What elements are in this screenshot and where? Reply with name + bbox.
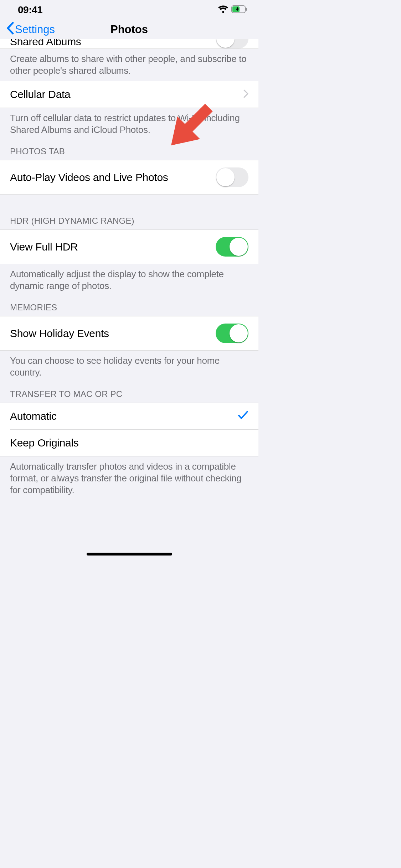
toggle-knob [216,39,235,48]
battery-icon [231,5,248,15]
hdr-footer: Automatically adjust the display to show… [0,264,258,296]
status-icons [218,5,248,15]
status-bar: 09:41 [0,0,258,20]
settings-content: Shared Albums Create albums to share wit… [0,39,258,500]
memories-header: MEMORIES [0,296,258,316]
show-holiday-row[interactable]: Show Holiday Events [0,316,258,351]
chevron-left-icon [6,22,14,37]
shared-albums-toggle-row[interactable]: Shared Albums [0,39,258,49]
toggle-knob [216,168,235,186]
autoplay-label: Auto-Play Videos and Live Photos [10,171,168,184]
shared-albums-label: Shared Albums [10,39,81,44]
transfer-keep-originals-row[interactable]: Keep Originals [0,430,258,456]
cellular-data-footer: Turn off cellular data to restrict updat… [0,108,258,140]
view-full-hdr-toggle[interactable] [216,237,248,257]
navigation-bar: Settings Photos [0,20,258,39]
photos-tab-header: PHOTOS TAB [0,140,258,160]
show-holiday-toggle[interactable] [216,324,248,343]
status-time: 09:41 [18,4,42,16]
transfer-automatic-label: Automatic [10,410,57,422]
toggle-knob [230,324,248,342]
toggle-knob [230,238,248,256]
autoplay-toggle[interactable] [216,167,248,187]
hdr-header: HDR (HIGH DYNAMIC RANGE) [0,195,258,229]
view-full-hdr-row[interactable]: View Full HDR [0,229,258,264]
show-holiday-label: Show Holiday Events [10,327,109,340]
transfer-group: Automatic Keep Originals [0,403,258,456]
wifi-icon [218,5,228,15]
transfer-keep-originals-label: Keep Originals [10,437,79,449]
cellular-data-row[interactable]: Cellular Data [0,81,258,108]
transfer-header: TRANSFER TO MAC OR PC [0,383,258,403]
back-button[interactable]: Settings [6,22,55,37]
back-label: Settings [15,23,55,36]
home-indicator [87,553,172,556]
view-full-hdr-label: View Full HDR [10,241,78,253]
shared-albums-footer: Create albums to share with other people… [0,49,258,81]
transfer-footer: Automatically transfer photos and videos… [0,456,258,500]
chevron-right-icon [243,89,248,99]
svg-point-0 [222,11,224,13]
autoplay-toggle-row[interactable]: Auto-Play Videos and Live Photos [0,160,258,195]
memories-footer: You can choose to see holiday events for… [0,351,258,383]
checkmark-icon [238,410,248,422]
svg-rect-2 [246,8,247,11]
transfer-automatic-row[interactable]: Automatic [0,403,258,429]
cellular-data-label: Cellular Data [10,88,71,100]
shared-albums-toggle[interactable] [216,39,248,48]
page-title: Photos [110,23,148,36]
